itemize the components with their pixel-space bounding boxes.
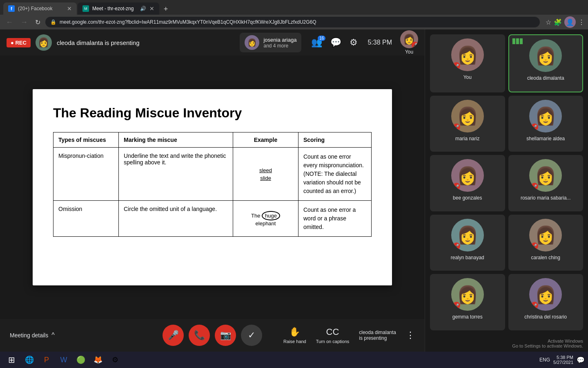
bee-mic-muted: 🎤 xyxy=(453,183,460,190)
more-options-ctrl[interactable]: ✓ xyxy=(241,325,262,346)
other-participant-name: josenia ariaga xyxy=(263,37,296,43)
participant-tile-cleoda: 👩 ▊▊▊ cleoda dimalanta xyxy=(508,34,584,92)
bookmark-icon[interactable]: ☆ xyxy=(546,18,551,26)
row1-scoring: Count as one error every mispronunciatio… xyxy=(298,148,372,201)
captions-btn[interactable]: CC Turn on captions xyxy=(316,327,350,344)
you-label: You xyxy=(405,49,413,55)
presentation-area: The Reading Miscue Inventory Types of mi… xyxy=(0,56,425,319)
more-options-button[interactable]: ⋮ xyxy=(406,330,415,341)
you-container: 👩 🎤 You xyxy=(400,30,418,55)
controls-right: ✋ Raise hand CC Turn on captions cleoda … xyxy=(283,327,415,344)
facebook-favicon: f xyxy=(8,5,15,12)
tab-audio-icon: 🔊 xyxy=(140,6,146,11)
you-avatar: 👩 🎤 xyxy=(400,30,418,48)
you-mic-muted: 🎤 xyxy=(453,62,460,70)
participant-count-badge: 16 xyxy=(318,36,325,41)
meeting-details-label: Meeting details xyxy=(10,332,48,339)
row1-example: sleed slide xyxy=(233,148,298,201)
new-tab-button[interactable]: + xyxy=(160,3,172,15)
realyn-name: realyn banayad xyxy=(451,255,484,260)
shellamarie-avatar: 👩 🎤 xyxy=(529,100,562,132)
taskbar-notification-icon[interactable]: 💬 xyxy=(577,356,585,364)
taskbar: ⊞ 🌐 P W 🟢 🦊 ⚙ ENG 5:38 PM 5/27/2021 💬 xyxy=(0,352,588,368)
raise-hand-icon: ✋ xyxy=(289,327,300,337)
tab-meet[interactable]: M Meet - thr-ezot-zng 🔊 ✕ xyxy=(78,2,159,15)
tab-facebook-close[interactable]: ✕ xyxy=(67,5,72,12)
lock-icon: 🔒 xyxy=(50,19,56,25)
christina-avatar: 👩 🎤 xyxy=(529,278,562,311)
presenting-name: cleoda dimalanta xyxy=(359,330,396,335)
tab-meet-close[interactable]: ✕ xyxy=(149,5,154,12)
col-header-scoring: Scoring xyxy=(298,132,372,148)
col-header-marking: Marking the miscue xyxy=(119,132,233,148)
time-display: 5:38 PM xyxy=(368,39,392,46)
meeting-details-button[interactable]: Meeting details ^ xyxy=(10,332,55,339)
col-header-types: Types of miscues xyxy=(53,132,119,148)
taskbar-word-icon[interactable]: W xyxy=(56,352,72,368)
row1-type: Mispronun-ciation xyxy=(53,148,119,201)
back-button[interactable]: ← xyxy=(3,16,16,28)
maria-mic-muted: 🎤 xyxy=(453,123,460,131)
video-area: ● REC 👩 cleoda dimalanta is presenting 👩… xyxy=(0,29,425,352)
taskbar-start-button[interactable]: ⊞ xyxy=(3,352,20,368)
example-sleed: sleed xyxy=(238,167,293,173)
bee-avatar: 👩 🎤 xyxy=(451,159,484,192)
taskbar-powerpoint-icon[interactable]: P xyxy=(38,352,55,368)
main-layout: ● REC 👩 cleoda dimalanta is presenting 👩… xyxy=(0,29,588,352)
sidebar: 👩 🎤 You 👩 ▊▊▊ cleoda dimalanta 👩 🎤 xyxy=(425,29,588,352)
cleoda-avatar: 👩 xyxy=(529,39,562,72)
forward-button[interactable]: → xyxy=(18,16,30,28)
address-bar[interactable]: 🔒 meet.google.com/thr-ezot-zng?fbclid=Iw… xyxy=(45,17,540,27)
shellamarie-mic-muted: 🎤 xyxy=(531,123,538,131)
presenter-name-label: cleoda dimalanta is presenting xyxy=(57,39,140,46)
address-text: meet.google.com/thr-ezot-zng?fbclid=IwAR… xyxy=(60,19,316,25)
tab-facebook[interactable]: f (20+) Facebook ✕ xyxy=(3,2,77,15)
miscue-table: Types of miscues Marking the miscue Exam… xyxy=(53,132,372,237)
cleoda-name: cleoda dimalanta xyxy=(527,75,564,81)
chat-icon-btn[interactable]: 💬 xyxy=(330,37,341,48)
row2-type: Omission xyxy=(53,201,119,237)
tab-meet-label: Meet - thr-ezot-zng xyxy=(92,6,137,11)
participant-tile-you: 👩 🎤 You xyxy=(430,34,505,92)
row2-scoring: Count as one error a word or a phrase om… xyxy=(298,201,372,237)
other-participant-more: and 4 more xyxy=(263,43,296,49)
row2-example: The huge elephant xyxy=(233,201,298,237)
slide-container: The Reading Miscue Inventory Types of mi… xyxy=(33,89,392,285)
tab-bar: f (20+) Facebook ✕ M Meet - thr-ezot-zng… xyxy=(0,0,588,15)
gemma-name: gemma torres xyxy=(452,314,483,320)
end-call-button[interactable]: 📞 xyxy=(189,325,210,346)
other-participant-avatar: 👩 xyxy=(245,35,259,50)
participant-tile-bee: 👩 🎤 bee gonzales xyxy=(430,155,505,211)
table-row-mispronunciation: Mispronun-ciation Underline the text and… xyxy=(53,148,372,201)
profile-avatar-nav[interactable]: 👤 xyxy=(564,16,576,28)
other-participants-pill[interactable]: 👩 josenia ariaga and 4 more xyxy=(240,33,301,52)
maria-avatar: 👩 🎤 xyxy=(451,100,484,132)
taskbar-app6-icon[interactable]: ⚙ xyxy=(107,352,123,368)
participants-icon-btn[interactable]: 👥16 xyxy=(311,37,322,48)
extensions-icon[interactable]: 🧩 xyxy=(554,18,562,26)
you-participant-avatar: 👩 🎤 xyxy=(451,38,484,71)
christina-mic-muted: 🎤 xyxy=(531,302,538,309)
camera-button[interactable]: 📷 xyxy=(215,325,236,346)
col-header-example: Example xyxy=(233,132,298,148)
rosario-avatar: 👩 🎤 xyxy=(529,159,562,192)
caralen-name: caralen ching xyxy=(531,255,560,260)
taskbar-app5-icon[interactable]: 🦊 xyxy=(90,352,106,368)
taskbar-chrome-icon[interactable]: 🟢 xyxy=(73,352,89,368)
slide-title: The Reading Miscue Inventory xyxy=(53,105,372,121)
omission-the: The xyxy=(251,213,262,219)
taskbar-date: 5/27/2021 xyxy=(553,360,573,365)
raise-hand-btn[interactable]: ✋ Raise hand xyxy=(283,327,306,344)
captions-icon: CC xyxy=(326,327,339,337)
menu-icon[interactable]: ⋮ xyxy=(578,18,585,26)
taskbar-apps: 🌐 P W 🟢 🦊 ⚙ xyxy=(21,352,123,368)
presenting-status: is presenting xyxy=(359,335,387,341)
participant-tile-realyn: 👩 🎤 realyn banayad xyxy=(430,215,505,271)
activities-icon-btn[interactable]: ⚙ xyxy=(350,37,358,48)
controls-center: 🎤 📞 📷 ✓ xyxy=(163,325,262,346)
taskbar-edge-icon[interactable]: 🌐 xyxy=(21,352,38,368)
mute-button[interactable]: 🎤 xyxy=(163,325,184,346)
browser-chrome: f (20+) Facebook ✕ M Meet - thr-ezot-zng… xyxy=(0,0,588,29)
refresh-button[interactable]: ↻ xyxy=(33,17,43,28)
rosario-mic-muted: 🎤 xyxy=(531,183,538,190)
